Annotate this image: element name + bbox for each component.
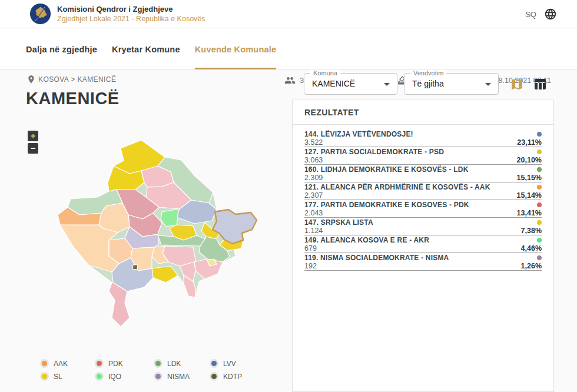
legend-dot <box>155 361 161 366</box>
legend-label: LVV <box>223 360 236 368</box>
map-legend: AAK PDK LDK LVV SL IQO NISMA KDT <box>40 359 242 381</box>
map-view-button[interactable] <box>510 77 524 91</box>
party-color-dot <box>537 185 542 190</box>
municipality-region[interactable] <box>132 265 138 270</box>
location-pin-icon <box>26 75 36 84</box>
chevron-down-icon <box>384 83 390 86</box>
result-row[interactable]: 149. ALEANCA KOSOVA E RE - AKR 679 4,46% <box>304 235 542 253</box>
party-color-dot <box>537 220 542 225</box>
map-zoom-controls: + − <box>28 131 38 155</box>
party-votes: 679 <box>304 244 317 253</box>
app-subtitle: Zgjedhjet Lokale 2021 - Republika e Koso… <box>57 15 205 23</box>
party-votes: 1.124 <box>304 227 323 235</box>
zoom-out-button[interactable]: − <box>28 143 38 154</box>
legend-dot-ring <box>210 359 218 368</box>
tab-kryetar-komune[interactable]: Kryetar Komune <box>112 29 180 69</box>
results-list: 144. LËVIZJA VETËVENDOSJE! 3.522 23,11% … <box>293 125 553 271</box>
party-name: 160. LIDHJA DEMOKRATIKE E KOSOVËS - LDK <box>304 165 469 174</box>
legend-dot-ring <box>154 359 163 368</box>
result-row[interactable]: 177. PARTIA DEMOKRATIKE E KOSOVËS - PDK … <box>304 200 542 218</box>
party-percent: 13,41% <box>517 209 542 217</box>
language-code[interactable]: SQ <box>525 10 536 19</box>
vendvotim-select-value: Të gjitha <box>404 74 498 94</box>
globe-icon[interactable] <box>544 8 557 21</box>
party-name: 127. PARTIA SOCIALDEMOKRATE - PSD <box>304 148 444 156</box>
legend-item: KDTP <box>210 372 242 381</box>
party-color-dot <box>537 132 542 137</box>
party-name: 144. LËVIZJA VETËVENDOSJE! <box>304 130 413 138</box>
party-color-dot <box>537 150 542 154</box>
legend-dot <box>42 374 47 379</box>
result-row[interactable]: 160. LIDHJA DEMOKRATIKE E KOSOVËS - LDK … <box>304 165 542 182</box>
nav-bar: Dalja në zgjedhje Kryetar Komune Kuvende… <box>0 29 577 69</box>
legend-dot <box>97 361 102 366</box>
legend-dot-ring <box>154 372 163 381</box>
komuna-select-value: KAMENICË <box>304 74 397 94</box>
app-header: Komisioni Qendror i Zgjedhjeve Zgjedhjet… <box>0 0 577 28</box>
voters-icon <box>284 75 296 86</box>
party-votes: 2.309 <box>304 174 323 182</box>
legend-label: AAK <box>54 360 68 368</box>
legend-dot <box>155 374 161 379</box>
result-row[interactable]: 144. LËVIZJA VETËVENDOSJE! 3.522 23,11% <box>304 129 542 147</box>
legend-label: NISMA <box>167 373 190 381</box>
legend-label: KDTP <box>223 373 242 381</box>
legend-item: PDK <box>95 359 154 368</box>
party-votes: 3.522 <box>304 138 323 147</box>
kosovo-map[interactable] <box>53 124 283 347</box>
legend-item: LDK <box>154 359 210 368</box>
zoom-in-button[interactable]: + <box>28 131 38 141</box>
legend-item: LVV <box>210 359 242 368</box>
result-row[interactable]: 127. PARTIA SOCIALDEMOKRATE - PSD 3.063 … <box>304 147 542 165</box>
party-votes: 192 <box>304 262 317 270</box>
results-title: REZULTATET <box>293 99 553 125</box>
tab-bar: Dalja në zgjedhje Kryetar Komune Kuvende… <box>26 29 276 69</box>
tab-kuvende-komunale[interactable]: Kuvende Komunale <box>195 29 277 69</box>
page-title: KAMENICË <box>26 89 120 108</box>
party-name: 177. PARTIA DEMOKRATIKE E KOSOVËS - PDK <box>304 201 469 209</box>
vendvotim-select[interactable]: Vendvotim Të gjitha <box>404 73 499 95</box>
chevron-down-icon <box>485 83 491 86</box>
party-color-dot <box>537 167 542 172</box>
legend-dot <box>211 374 217 379</box>
party-color-dot <box>537 255 542 260</box>
party-percent: 15,15% <box>517 174 542 182</box>
party-percent: 20,10% <box>517 156 542 164</box>
legend-item: IQO <box>95 372 154 381</box>
tab-dalja-ne-zgjedhje[interactable]: Dalja në zgjedhje <box>26 29 97 69</box>
legend-label: IQO <box>108 373 121 381</box>
party-votes: 2.307 <box>304 191 323 200</box>
legend-dot <box>42 361 47 366</box>
breadcrumb: KOSOVA > KAMENICË <box>26 75 116 84</box>
breadcrumb-text: KOSOVA > KAMENICË <box>38 75 116 84</box>
party-name: 147. SRPSKA LISTA <box>304 218 373 227</box>
legend-label: LDK <box>167 360 181 368</box>
legend-dot <box>97 374 102 379</box>
legend-item: AAK <box>40 359 95 368</box>
result-row[interactable]: 147. SRPSKA LISTA 1.124 7,38% <box>304 218 542 235</box>
party-percent: 4,46% <box>521 244 542 253</box>
legend-dot-ring <box>95 372 104 381</box>
result-row[interactable]: 119. NISMA SOCIALDEMOKRATE - NISMA 192 1… <box>304 253 542 271</box>
party-name: 121. ALEANCA PËR ARDHMËRINË E KOSOVËS - … <box>304 183 490 191</box>
legend-dot-ring <box>95 359 104 368</box>
legend-dot-ring <box>210 372 218 381</box>
result-row[interactable]: 121. ALEANCA PËR ARDHMËRINË E KOSOVËS - … <box>304 182 542 200</box>
table-view-button[interactable] <box>533 77 547 91</box>
party-name: 119. NISMA SOCIALDEMOKRATE - NISMA <box>304 254 449 262</box>
vendvotim-select-label: Vendvotim <box>410 69 446 77</box>
party-percent: 15,14% <box>517 191 542 200</box>
legend-label: PDK <box>108 360 123 368</box>
party-votes: 2.043 <box>304 209 323 217</box>
kqz-logo-icon <box>29 3 51 25</box>
party-color-dot <box>537 238 542 242</box>
komuna-select[interactable]: Komuna KAMENICË <box>304 73 397 95</box>
legend-dot <box>211 361 217 366</box>
komuna-select-label: Komuna <box>310 69 340 77</box>
results-panel: REZULTATET 144. LËVIZJA VETËVENDOSJE! 3.… <box>292 99 554 392</box>
app-title: Komisioni Qendror i Zgjedhjeve <box>57 5 205 14</box>
party-percent: 7,38% <box>521 227 542 235</box>
legend-item: NISMA <box>154 372 210 381</box>
party-percent: 23,11% <box>517 138 542 147</box>
party-name: 149. ALEANCA KOSOVA E RE - AKR <box>304 236 429 244</box>
